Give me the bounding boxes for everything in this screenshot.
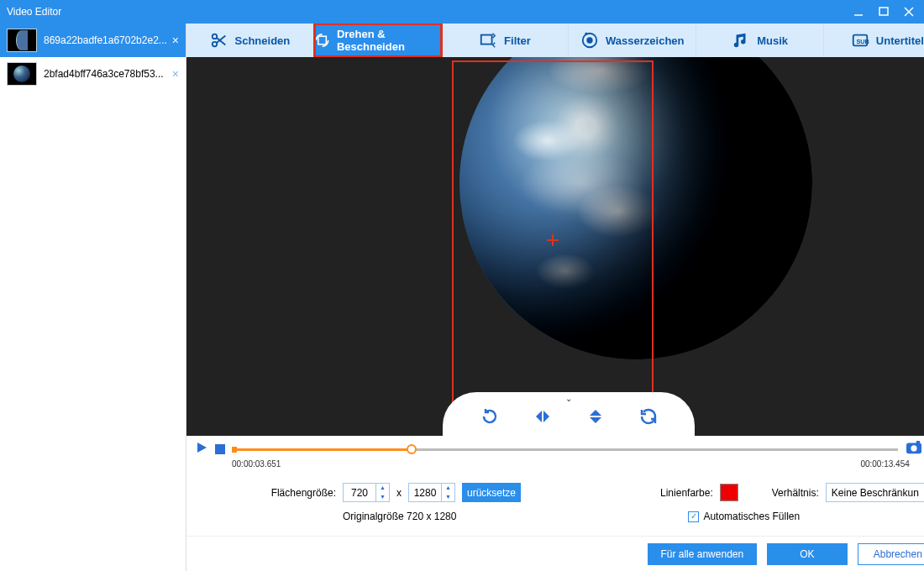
x-separator: x — [396, 487, 402, 499]
ratio-value: Keine Beschränkun — [832, 487, 923, 499]
file-sidebar: 869a22badfe1a6702b2e2... × 2bfad4bff746a… — [0, 24, 186, 571]
music-icon — [732, 31, 750, 50]
remove-file-icon[interactable]: × — [172, 34, 179, 47]
height-stepper[interactable]: ▲▼ — [408, 483, 455, 502]
tab-watermark[interactable]: Wasserzeichen — [569, 24, 696, 57]
rotate-toolbar: ⌄ — [443, 392, 695, 436]
step-down-icon[interactable]: ▼ — [442, 493, 454, 502]
titlebar[interactable]: Video Editor — [0, 0, 924, 24]
tab-filter[interactable]: Filter — [442, 24, 570, 57]
tab-label: Drehen & Beschneiden — [337, 28, 441, 53]
thumbnail — [7, 29, 37, 52]
reset-size-button[interactable]: urücksetze — [462, 483, 521, 502]
flip-vertical-icon[interactable] — [582, 403, 609, 430]
tab-music[interactable]: Musik — [696, 24, 824, 57]
preview-area: ⌄ — [186, 57, 924, 436]
crop-rectangle[interactable] — [452, 60, 654, 420]
tab-cut[interactable]: Schneiden — [186, 24, 314, 57]
close-icon[interactable] — [902, 6, 917, 18]
tab-label: Wasserzeichen — [606, 34, 684, 47]
tab-label: Untertitel — [876, 34, 924, 47]
original-size-label: Originalgröße 720 x 1280 — [343, 511, 456, 522]
time-total: 00:00:13.454 — [860, 459, 909, 469]
svg-rect-17 — [916, 441, 920, 444]
width-stepper[interactable]: ▲▼ — [343, 483, 390, 502]
svg-point-11 — [587, 38, 592, 43]
svg-rect-8 — [318, 36, 327, 45]
thumbnail — [7, 62, 37, 86]
height-input[interactable] — [409, 484, 441, 501]
flip-horizontal-icon[interactable] — [529, 403, 556, 430]
ratio-label: Verhältnis: — [772, 487, 819, 499]
step-up-icon[interactable]: ▲ — [376, 484, 389, 493]
reset-rotation-icon[interactable] — [635, 403, 662, 430]
seek-track[interactable] — [232, 443, 898, 455]
area-size-label: Flächengröße: — [262, 487, 336, 499]
sidebar-item-file-2[interactable]: 2bfad4bff746a3ce78bf53... × — [0, 57, 186, 91]
tab-label: Schneiden — [235, 34, 291, 47]
svg-rect-12 — [585, 33, 588, 35]
autofill-checkbox[interactable]: ✓ Automatisches Füllen — [688, 511, 800, 522]
svg-rect-1 — [879, 8, 888, 15]
scissors-icon — [210, 31, 228, 50]
autofill-label: Automatisches Füllen — [703, 511, 800, 522]
ok-button[interactable]: OK — [767, 543, 848, 565]
snapshot-icon[interactable] — [905, 440, 923, 458]
tab-rotate-crop[interactable]: Drehen & Beschneiden — [314, 24, 442, 57]
app-window: Video Editor 869a22badfe1a6702b2e2... × … — [0, 0, 924, 571]
tab-label: Musik — [757, 34, 788, 47]
svg-point-5 — [212, 42, 217, 47]
sidebar-item-file-1[interactable]: 869a22badfe1a6702b2e2... × — [0, 24, 186, 57]
collapse-toolbar-icon[interactable]: ⌄ — [565, 394, 572, 403]
app-title: Video Editor — [7, 6, 61, 18]
svg-point-4 — [212, 34, 217, 39]
stop-icon[interactable] — [215, 444, 225, 454]
minimize-icon[interactable] — [852, 6, 867, 18]
timeline: 00:00:03.651 00:00:13.454 — [186, 436, 924, 474]
step-down-icon[interactable]: ▼ — [376, 493, 389, 502]
step-up-icon[interactable]: ▲ — [442, 484, 454, 493]
cancel-button[interactable]: Abbrechen — [858, 543, 924, 565]
svg-rect-9 — [481, 35, 492, 45]
crop-controls: Flächengröße: ▲▼ x ▲▼ urücksetze Linienf… — [186, 474, 924, 536]
apply-all-button[interactable]: Für alle anwenden — [648, 543, 757, 565]
tab-subtitle[interactable]: SUB Untertitel — [824, 24, 924, 57]
play-icon[interactable] — [195, 441, 208, 458]
dialog-footer: Für alle anwenden OK Abbrechen — [186, 536, 924, 571]
sidebar-item-label: 2bfad4bff746a3ce78bf53... — [44, 68, 167, 80]
subtitle-icon: SUB — [851, 31, 869, 50]
remove-file-icon[interactable]: × — [172, 67, 179, 81]
tab-label: Filter — [504, 34, 531, 47]
seek-thumb[interactable] — [407, 444, 417, 454]
linecolor-label: Linienfarbe: — [660, 487, 713, 499]
rotate-cw-icon[interactable] — [476, 403, 503, 430]
linecolor-swatch[interactable] — [720, 484, 738, 501]
sidebar-item-label: 869a22badfe1a6702b2e2... — [44, 34, 167, 46]
svg-text:SUB: SUB — [856, 38, 869, 45]
ratio-select[interactable]: Keine Beschränkun ▼ — [826, 483, 924, 502]
time-current: 00:00:03.651 — [232, 459, 281, 469]
crop-center-icon[interactable] — [547, 234, 559, 246]
watermark-icon — [580, 31, 599, 50]
maximize-icon[interactable] — [877, 6, 892, 18]
filter-icon — [479, 31, 497, 50]
crop-rotate-icon — [314, 31, 330, 50]
svg-point-16 — [911, 445, 916, 451]
width-input[interactable] — [344, 484, 375, 501]
checkbox-icon: ✓ — [688, 511, 699, 522]
tool-tabs: Schneiden Drehen & Beschneiden Filter Wa… — [186, 24, 924, 57]
